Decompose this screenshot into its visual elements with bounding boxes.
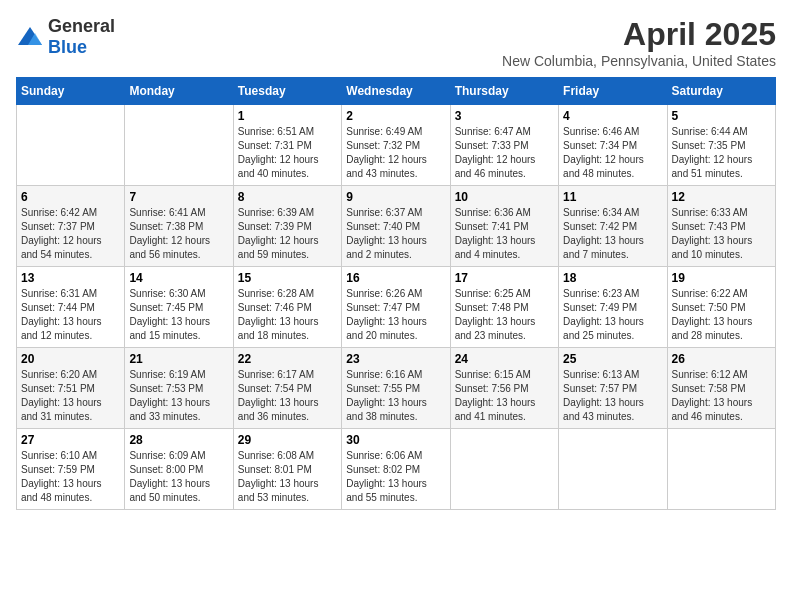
calendar-day-cell: 1Sunrise: 6:51 AM Sunset: 7:31 PM Daylig…: [233, 105, 341, 186]
calendar-day-cell: 19Sunrise: 6:22 AM Sunset: 7:50 PM Dayli…: [667, 267, 775, 348]
calendar-day-cell: [17, 105, 125, 186]
logo-icon: [16, 23, 44, 51]
day-number: 20: [21, 352, 120, 366]
day-number: 30: [346, 433, 445, 447]
calendar-day-cell: 5Sunrise: 6:44 AM Sunset: 7:35 PM Daylig…: [667, 105, 775, 186]
calendar-title: April 2025: [502, 16, 776, 53]
calendar-day-cell: 16Sunrise: 6:26 AM Sunset: 7:47 PM Dayli…: [342, 267, 450, 348]
day-number: 25: [563, 352, 662, 366]
day-info: Sunrise: 6:16 AM Sunset: 7:55 PM Dayligh…: [346, 368, 445, 424]
day-info: Sunrise: 6:19 AM Sunset: 7:53 PM Dayligh…: [129, 368, 228, 424]
day-info: Sunrise: 6:30 AM Sunset: 7:45 PM Dayligh…: [129, 287, 228, 343]
day-number: 29: [238, 433, 337, 447]
calendar-week-row: 1Sunrise: 6:51 AM Sunset: 7:31 PM Daylig…: [17, 105, 776, 186]
weekday-header-cell: Thursday: [450, 78, 558, 105]
day-info: Sunrise: 6:34 AM Sunset: 7:42 PM Dayligh…: [563, 206, 662, 262]
day-info: Sunrise: 6:09 AM Sunset: 8:00 PM Dayligh…: [129, 449, 228, 505]
calendar-day-cell: 9Sunrise: 6:37 AM Sunset: 7:40 PM Daylig…: [342, 186, 450, 267]
calendar-day-cell: 24Sunrise: 6:15 AM Sunset: 7:56 PM Dayli…: [450, 348, 558, 429]
weekday-header-row: SundayMondayTuesdayWednesdayThursdayFrid…: [17, 78, 776, 105]
day-number: 5: [672, 109, 771, 123]
day-number: 9: [346, 190, 445, 204]
day-number: 26: [672, 352, 771, 366]
calendar-day-cell: 10Sunrise: 6:36 AM Sunset: 7:41 PM Dayli…: [450, 186, 558, 267]
page-header: General Blue April 2025 New Columbia, Pe…: [16, 16, 776, 69]
day-info: Sunrise: 6:17 AM Sunset: 7:54 PM Dayligh…: [238, 368, 337, 424]
day-info: Sunrise: 6:44 AM Sunset: 7:35 PM Dayligh…: [672, 125, 771, 181]
day-info: Sunrise: 6:31 AM Sunset: 7:44 PM Dayligh…: [21, 287, 120, 343]
day-info: Sunrise: 6:41 AM Sunset: 7:38 PM Dayligh…: [129, 206, 228, 262]
calendar-day-cell: [559, 429, 667, 510]
calendar-body: 1Sunrise: 6:51 AM Sunset: 7:31 PM Daylig…: [17, 105, 776, 510]
day-number: 3: [455, 109, 554, 123]
calendar-day-cell: 17Sunrise: 6:25 AM Sunset: 7:48 PM Dayli…: [450, 267, 558, 348]
day-number: 13: [21, 271, 120, 285]
calendar-week-row: 6Sunrise: 6:42 AM Sunset: 7:37 PM Daylig…: [17, 186, 776, 267]
day-info: Sunrise: 6:22 AM Sunset: 7:50 PM Dayligh…: [672, 287, 771, 343]
day-number: 12: [672, 190, 771, 204]
day-info: Sunrise: 6:36 AM Sunset: 7:41 PM Dayligh…: [455, 206, 554, 262]
day-number: 11: [563, 190, 662, 204]
day-number: 27: [21, 433, 120, 447]
calendar-day-cell: 8Sunrise: 6:39 AM Sunset: 7:39 PM Daylig…: [233, 186, 341, 267]
day-number: 23: [346, 352, 445, 366]
weekday-header-cell: Sunday: [17, 78, 125, 105]
day-number: 24: [455, 352, 554, 366]
day-number: 18: [563, 271, 662, 285]
day-info: Sunrise: 6:10 AM Sunset: 7:59 PM Dayligh…: [21, 449, 120, 505]
calendar-day-cell: 26Sunrise: 6:12 AM Sunset: 7:58 PM Dayli…: [667, 348, 775, 429]
day-info: Sunrise: 6:51 AM Sunset: 7:31 PM Dayligh…: [238, 125, 337, 181]
calendar-table: SundayMondayTuesdayWednesdayThursdayFrid…: [16, 77, 776, 510]
calendar-day-cell: 21Sunrise: 6:19 AM Sunset: 7:53 PM Dayli…: [125, 348, 233, 429]
calendar-day-cell: 23Sunrise: 6:16 AM Sunset: 7:55 PM Dayli…: [342, 348, 450, 429]
day-info: Sunrise: 6:46 AM Sunset: 7:34 PM Dayligh…: [563, 125, 662, 181]
weekday-header-cell: Friday: [559, 78, 667, 105]
day-info: Sunrise: 6:49 AM Sunset: 7:32 PM Dayligh…: [346, 125, 445, 181]
weekday-header-cell: Saturday: [667, 78, 775, 105]
day-number: 8: [238, 190, 337, 204]
calendar-day-cell: 6Sunrise: 6:42 AM Sunset: 7:37 PM Daylig…: [17, 186, 125, 267]
day-number: 15: [238, 271, 337, 285]
day-info: Sunrise: 6:42 AM Sunset: 7:37 PM Dayligh…: [21, 206, 120, 262]
calendar-day-cell: 30Sunrise: 6:06 AM Sunset: 8:02 PM Dayli…: [342, 429, 450, 510]
calendar-day-cell: 22Sunrise: 6:17 AM Sunset: 7:54 PM Dayli…: [233, 348, 341, 429]
day-number: 19: [672, 271, 771, 285]
weekday-header-cell: Tuesday: [233, 78, 341, 105]
weekday-header-cell: Monday: [125, 78, 233, 105]
calendar-week-row: 20Sunrise: 6:20 AM Sunset: 7:51 PM Dayli…: [17, 348, 776, 429]
logo-general-text: General: [48, 16, 115, 36]
calendar-day-cell: 12Sunrise: 6:33 AM Sunset: 7:43 PM Dayli…: [667, 186, 775, 267]
calendar-day-cell: 27Sunrise: 6:10 AM Sunset: 7:59 PM Dayli…: [17, 429, 125, 510]
day-number: 7: [129, 190, 228, 204]
calendar-day-cell: 3Sunrise: 6:47 AM Sunset: 7:33 PM Daylig…: [450, 105, 558, 186]
day-number: 28: [129, 433, 228, 447]
calendar-day-cell: 11Sunrise: 6:34 AM Sunset: 7:42 PM Dayli…: [559, 186, 667, 267]
day-info: Sunrise: 6:37 AM Sunset: 7:40 PM Dayligh…: [346, 206, 445, 262]
day-info: Sunrise: 6:33 AM Sunset: 7:43 PM Dayligh…: [672, 206, 771, 262]
day-info: Sunrise: 6:06 AM Sunset: 8:02 PM Dayligh…: [346, 449, 445, 505]
day-info: Sunrise: 6:26 AM Sunset: 7:47 PM Dayligh…: [346, 287, 445, 343]
day-number: 6: [21, 190, 120, 204]
calendar-week-row: 27Sunrise: 6:10 AM Sunset: 7:59 PM Dayli…: [17, 429, 776, 510]
calendar-day-cell: 28Sunrise: 6:09 AM Sunset: 8:00 PM Dayli…: [125, 429, 233, 510]
calendar-day-cell: 29Sunrise: 6:08 AM Sunset: 8:01 PM Dayli…: [233, 429, 341, 510]
day-number: 1: [238, 109, 337, 123]
day-number: 14: [129, 271, 228, 285]
day-info: Sunrise: 6:12 AM Sunset: 7:58 PM Dayligh…: [672, 368, 771, 424]
calendar-day-cell: 14Sunrise: 6:30 AM Sunset: 7:45 PM Dayli…: [125, 267, 233, 348]
day-number: 2: [346, 109, 445, 123]
day-info: Sunrise: 6:47 AM Sunset: 7:33 PM Dayligh…: [455, 125, 554, 181]
day-info: Sunrise: 6:28 AM Sunset: 7:46 PM Dayligh…: [238, 287, 337, 343]
day-number: 22: [238, 352, 337, 366]
calendar-day-cell: 2Sunrise: 6:49 AM Sunset: 7:32 PM Daylig…: [342, 105, 450, 186]
day-info: Sunrise: 6:15 AM Sunset: 7:56 PM Dayligh…: [455, 368, 554, 424]
calendar-subtitle: New Columbia, Pennsylvania, United State…: [502, 53, 776, 69]
calendar-day-cell: 13Sunrise: 6:31 AM Sunset: 7:44 PM Dayli…: [17, 267, 125, 348]
calendar-day-cell: [667, 429, 775, 510]
calendar-day-cell: 18Sunrise: 6:23 AM Sunset: 7:49 PM Dayli…: [559, 267, 667, 348]
day-number: 17: [455, 271, 554, 285]
calendar-day-cell: [450, 429, 558, 510]
calendar-day-cell: 20Sunrise: 6:20 AM Sunset: 7:51 PM Dayli…: [17, 348, 125, 429]
day-info: Sunrise: 6:08 AM Sunset: 8:01 PM Dayligh…: [238, 449, 337, 505]
day-number: 16: [346, 271, 445, 285]
